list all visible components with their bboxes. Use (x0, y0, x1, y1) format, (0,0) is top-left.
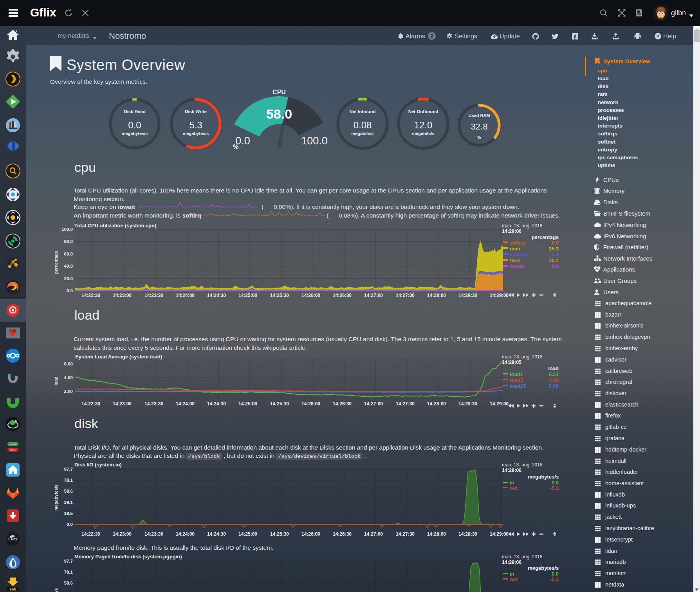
svg-text:sab: sab (10, 587, 16, 591)
svg-text:Offline: Offline (10, 449, 16, 451)
svg-text:LAZY: LAZY (8, 537, 18, 541)
svg-text:Online: Online (10, 443, 16, 446)
